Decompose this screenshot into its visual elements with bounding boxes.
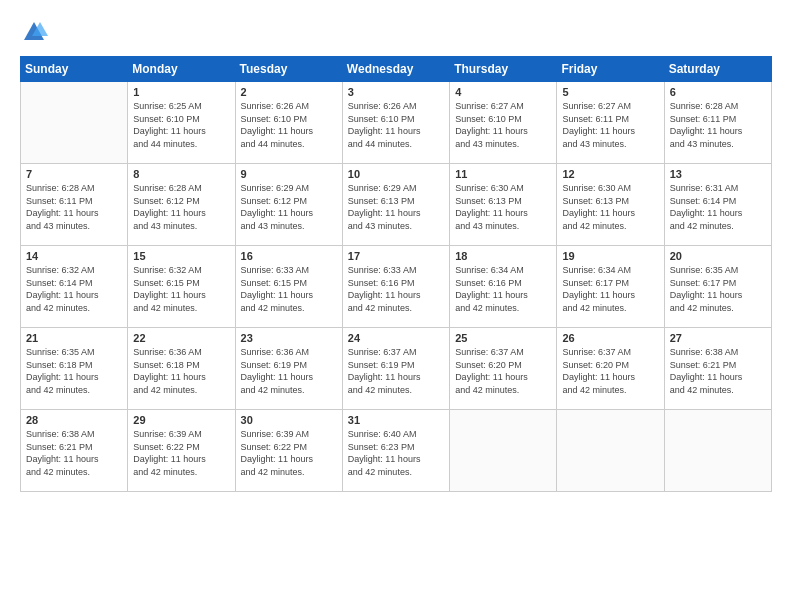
calendar-cell (557, 410, 664, 492)
day-number: 2 (241, 86, 337, 98)
day-info: Sunrise: 6:28 AM Sunset: 6:12 PM Dayligh… (133, 182, 229, 232)
weekday-header-row: SundayMondayTuesdayWednesdayThursdayFrid… (21, 57, 772, 82)
weekday-header: Thursday (450, 57, 557, 82)
weekday-header: Tuesday (235, 57, 342, 82)
calendar-cell: 5Sunrise: 6:27 AM Sunset: 6:11 PM Daylig… (557, 82, 664, 164)
day-info: Sunrise: 6:37 AM Sunset: 6:19 PM Dayligh… (348, 346, 444, 396)
calendar-week-row: 14Sunrise: 6:32 AM Sunset: 6:14 PM Dayli… (21, 246, 772, 328)
day-number: 26 (562, 332, 658, 344)
day-number: 7 (26, 168, 122, 180)
calendar-cell (450, 410, 557, 492)
weekday-header: Saturday (664, 57, 771, 82)
weekday-header: Sunday (21, 57, 128, 82)
calendar-cell: 4Sunrise: 6:27 AM Sunset: 6:10 PM Daylig… (450, 82, 557, 164)
calendar-cell: 27Sunrise: 6:38 AM Sunset: 6:21 PM Dayli… (664, 328, 771, 410)
day-info: Sunrise: 6:31 AM Sunset: 6:14 PM Dayligh… (670, 182, 766, 232)
day-number: 11 (455, 168, 551, 180)
day-info: Sunrise: 6:33 AM Sunset: 6:16 PM Dayligh… (348, 264, 444, 314)
calendar-cell: 9Sunrise: 6:29 AM Sunset: 6:12 PM Daylig… (235, 164, 342, 246)
calendar-cell: 18Sunrise: 6:34 AM Sunset: 6:16 PM Dayli… (450, 246, 557, 328)
calendar-cell: 2Sunrise: 6:26 AM Sunset: 6:10 PM Daylig… (235, 82, 342, 164)
calendar-cell: 21Sunrise: 6:35 AM Sunset: 6:18 PM Dayli… (21, 328, 128, 410)
day-number: 21 (26, 332, 122, 344)
day-number: 31 (348, 414, 444, 426)
calendar-week-row: 28Sunrise: 6:38 AM Sunset: 6:21 PM Dayli… (21, 410, 772, 492)
logo-icon (20, 18, 48, 46)
day-info: Sunrise: 6:36 AM Sunset: 6:18 PM Dayligh… (133, 346, 229, 396)
day-info: Sunrise: 6:38 AM Sunset: 6:21 PM Dayligh… (26, 428, 122, 478)
day-number: 15 (133, 250, 229, 262)
day-number: 16 (241, 250, 337, 262)
day-number: 28 (26, 414, 122, 426)
day-info: Sunrise: 6:29 AM Sunset: 6:12 PM Dayligh… (241, 182, 337, 232)
day-info: Sunrise: 6:28 AM Sunset: 6:11 PM Dayligh… (670, 100, 766, 150)
day-info: Sunrise: 6:40 AM Sunset: 6:23 PM Dayligh… (348, 428, 444, 478)
day-number: 25 (455, 332, 551, 344)
day-info: Sunrise: 6:36 AM Sunset: 6:19 PM Dayligh… (241, 346, 337, 396)
calendar-cell: 22Sunrise: 6:36 AM Sunset: 6:18 PM Dayli… (128, 328, 235, 410)
day-number: 24 (348, 332, 444, 344)
calendar-week-row: 1Sunrise: 6:25 AM Sunset: 6:10 PM Daylig… (21, 82, 772, 164)
calendar-cell: 26Sunrise: 6:37 AM Sunset: 6:20 PM Dayli… (557, 328, 664, 410)
calendar-cell: 30Sunrise: 6:39 AM Sunset: 6:22 PM Dayli… (235, 410, 342, 492)
day-number: 22 (133, 332, 229, 344)
day-info: Sunrise: 6:29 AM Sunset: 6:13 PM Dayligh… (348, 182, 444, 232)
day-info: Sunrise: 6:26 AM Sunset: 6:10 PM Dayligh… (348, 100, 444, 150)
day-info: Sunrise: 6:27 AM Sunset: 6:10 PM Dayligh… (455, 100, 551, 150)
day-number: 20 (670, 250, 766, 262)
calendar-cell: 13Sunrise: 6:31 AM Sunset: 6:14 PM Dayli… (664, 164, 771, 246)
calendar-cell: 29Sunrise: 6:39 AM Sunset: 6:22 PM Dayli… (128, 410, 235, 492)
day-number: 19 (562, 250, 658, 262)
calendar-cell: 25Sunrise: 6:37 AM Sunset: 6:20 PM Dayli… (450, 328, 557, 410)
day-info: Sunrise: 6:32 AM Sunset: 6:15 PM Dayligh… (133, 264, 229, 314)
calendar-cell: 7Sunrise: 6:28 AM Sunset: 6:11 PM Daylig… (21, 164, 128, 246)
day-number: 4 (455, 86, 551, 98)
day-number: 29 (133, 414, 229, 426)
day-info: Sunrise: 6:25 AM Sunset: 6:10 PM Dayligh… (133, 100, 229, 150)
header (20, 18, 772, 46)
calendar-cell: 31Sunrise: 6:40 AM Sunset: 6:23 PM Dayli… (342, 410, 449, 492)
calendar-cell: 28Sunrise: 6:38 AM Sunset: 6:21 PM Dayli… (21, 410, 128, 492)
day-number: 17 (348, 250, 444, 262)
calendar: SundayMondayTuesdayWednesdayThursdayFrid… (20, 56, 772, 492)
day-number: 18 (455, 250, 551, 262)
day-number: 8 (133, 168, 229, 180)
day-number: 9 (241, 168, 337, 180)
weekday-header: Friday (557, 57, 664, 82)
day-number: 23 (241, 332, 337, 344)
day-info: Sunrise: 6:35 AM Sunset: 6:17 PM Dayligh… (670, 264, 766, 314)
day-info: Sunrise: 6:27 AM Sunset: 6:11 PM Dayligh… (562, 100, 658, 150)
calendar-body: 1Sunrise: 6:25 AM Sunset: 6:10 PM Daylig… (21, 82, 772, 492)
calendar-cell (664, 410, 771, 492)
calendar-week-row: 21Sunrise: 6:35 AM Sunset: 6:18 PM Dayli… (21, 328, 772, 410)
day-info: Sunrise: 6:28 AM Sunset: 6:11 PM Dayligh… (26, 182, 122, 232)
calendar-cell: 12Sunrise: 6:30 AM Sunset: 6:13 PM Dayli… (557, 164, 664, 246)
calendar-cell: 8Sunrise: 6:28 AM Sunset: 6:12 PM Daylig… (128, 164, 235, 246)
calendar-cell (21, 82, 128, 164)
day-number: 13 (670, 168, 766, 180)
day-number: 27 (670, 332, 766, 344)
logo (20, 18, 52, 46)
calendar-cell: 1Sunrise: 6:25 AM Sunset: 6:10 PM Daylig… (128, 82, 235, 164)
weekday-header: Wednesday (342, 57, 449, 82)
weekday-header: Monday (128, 57, 235, 82)
day-info: Sunrise: 6:33 AM Sunset: 6:15 PM Dayligh… (241, 264, 337, 314)
day-info: Sunrise: 6:37 AM Sunset: 6:20 PM Dayligh… (455, 346, 551, 396)
day-number: 10 (348, 168, 444, 180)
calendar-cell: 24Sunrise: 6:37 AM Sunset: 6:19 PM Dayli… (342, 328, 449, 410)
day-number: 3 (348, 86, 444, 98)
calendar-cell: 17Sunrise: 6:33 AM Sunset: 6:16 PM Dayli… (342, 246, 449, 328)
calendar-cell: 20Sunrise: 6:35 AM Sunset: 6:17 PM Dayli… (664, 246, 771, 328)
calendar-cell: 3Sunrise: 6:26 AM Sunset: 6:10 PM Daylig… (342, 82, 449, 164)
calendar-cell: 14Sunrise: 6:32 AM Sunset: 6:14 PM Dayli… (21, 246, 128, 328)
day-number: 14 (26, 250, 122, 262)
calendar-cell: 10Sunrise: 6:29 AM Sunset: 6:13 PM Dayli… (342, 164, 449, 246)
day-info: Sunrise: 6:39 AM Sunset: 6:22 PM Dayligh… (133, 428, 229, 478)
calendar-week-row: 7Sunrise: 6:28 AM Sunset: 6:11 PM Daylig… (21, 164, 772, 246)
calendar-cell: 11Sunrise: 6:30 AM Sunset: 6:13 PM Dayli… (450, 164, 557, 246)
day-info: Sunrise: 6:30 AM Sunset: 6:13 PM Dayligh… (455, 182, 551, 232)
calendar-cell: 16Sunrise: 6:33 AM Sunset: 6:15 PM Dayli… (235, 246, 342, 328)
day-info: Sunrise: 6:38 AM Sunset: 6:21 PM Dayligh… (670, 346, 766, 396)
page: SundayMondayTuesdayWednesdayThursdayFrid… (0, 0, 792, 612)
day-number: 6 (670, 86, 766, 98)
